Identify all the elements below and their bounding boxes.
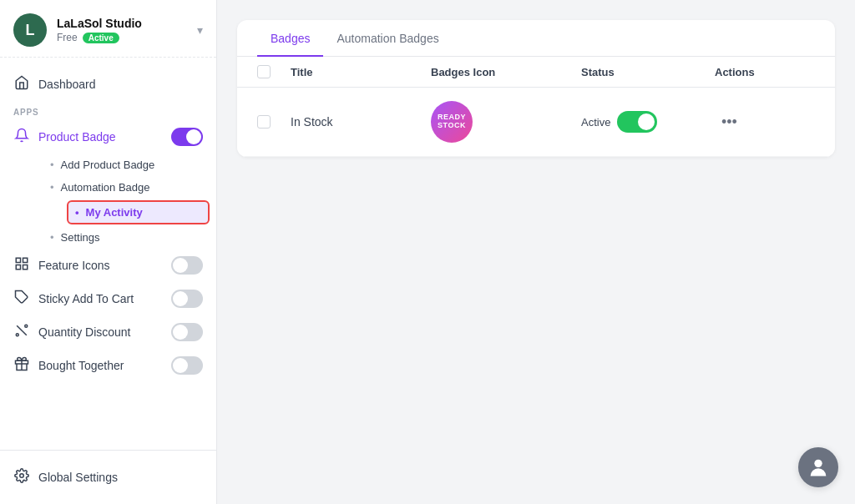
row-title-cell: In Stock bbox=[291, 115, 431, 129]
product-badge-toggle[interactable] bbox=[171, 128, 203, 146]
bought-together-label: Bought Together bbox=[38, 359, 163, 372]
global-settings-label: Global Settings bbox=[38, 471, 203, 484]
bought-together-toggle[interactable] bbox=[171, 356, 203, 375]
sidebar-item-feature-icons[interactable]: Feature Icons bbox=[0, 249, 216, 282]
gear-icon bbox=[13, 468, 30, 486]
svg-rect-0 bbox=[16, 258, 20, 262]
sidebar-item-product-badge[interactable]: Product Badge bbox=[0, 120, 216, 154]
row-actions-cell: ••• bbox=[715, 110, 815, 134]
brand-info: LaLaSol Studio Free Active bbox=[57, 17, 187, 43]
tag-icon bbox=[13, 290, 30, 308]
grid-icon bbox=[13, 256, 30, 275]
table-row: In Stock READYSTOCK Active ••• bbox=[237, 88, 835, 157]
svg-rect-2 bbox=[23, 265, 28, 270]
sidebar-nav: Dashboard APPS Product Badge Add Product… bbox=[0, 58, 216, 450]
status-label: Active bbox=[581, 116, 610, 129]
sidebar-item-bought-together[interactable]: Bought Together bbox=[0, 349, 216, 382]
home-icon bbox=[13, 75, 30, 93]
product-badge-sub-nav: Add Product Badge Automation Badge My Ac… bbox=[0, 154, 216, 249]
add-product-badge-label: Add Product Badge bbox=[61, 159, 155, 171]
status-toggle-group: Active bbox=[581, 111, 657, 133]
sidebar: L LaLaSol Studio Free Active ▾ Dashboard… bbox=[0, 0, 217, 504]
svg-point-11 bbox=[814, 460, 822, 467]
chevron-down-icon[interactable]: ▾ bbox=[197, 23, 203, 37]
gift-icon bbox=[13, 356, 30, 375]
sticky-add-to-cart-label: Sticky Add To Cart bbox=[38, 292, 163, 305]
actions-more-button[interactable]: ••• bbox=[715, 110, 744, 134]
tab-badges[interactable]: Badges bbox=[257, 20, 323, 57]
row-status-cell: Active bbox=[581, 111, 715, 133]
sidebar-item-global-settings[interactable]: Global Settings bbox=[0, 461, 216, 494]
svg-rect-1 bbox=[23, 258, 28, 262]
active-badge: Active bbox=[83, 33, 119, 43]
avatar: L bbox=[13, 13, 47, 47]
feature-icons-label: Feature Icons bbox=[38, 259, 163, 272]
product-badge-label: Product Badge bbox=[38, 130, 163, 144]
automation-badge-label: Automation Badge bbox=[61, 181, 150, 194]
col-badges-icon-header: Badges Icon bbox=[431, 65, 581, 78]
svg-point-10 bbox=[20, 474, 24, 478]
sidebar-item-sticky-add-to-cart[interactable]: Sticky Add To Cart bbox=[0, 282, 216, 315]
apps-section-label: APPS bbox=[0, 101, 216, 120]
status-toggle-button[interactable] bbox=[617, 111, 657, 133]
tabs-header: Badges Automation Badges bbox=[237, 20, 835, 57]
sidebar-header: L LaLaSol Studio Free Active ▾ bbox=[0, 0, 216, 58]
row-checkbox[interactable] bbox=[257, 115, 271, 129]
sidebar-item-settings[interactable]: Settings bbox=[37, 226, 216, 249]
brand-plan: Free bbox=[57, 32, 78, 43]
content-card: Badges Automation Badges Title Badges Ic… bbox=[237, 20, 835, 157]
sticky-add-to-cart-toggle[interactable] bbox=[171, 290, 203, 308]
table-header-row: Title Badges Icon Status Actions bbox=[237, 57, 835, 88]
bell-icon bbox=[13, 128, 30, 146]
dashboard-label: Dashboard bbox=[38, 78, 203, 91]
sidebar-item-my-activity[interactable]: My Activity bbox=[67, 200, 210, 224]
quantity-discount-label: Quantity Discount bbox=[38, 325, 163, 339]
row-title: In Stock bbox=[291, 115, 333, 129]
sidebar-item-quantity-discount[interactable]: Quantity Discount bbox=[0, 315, 216, 349]
tab-automation-badges[interactable]: Automation Badges bbox=[323, 20, 452, 57]
sidebar-item-automation-badge[interactable]: Automation Badge bbox=[37, 176, 216, 199]
svg-point-5 bbox=[25, 325, 28, 327]
sidebar-footer: Global Settings bbox=[0, 450, 216, 504]
chat-avatar[interactable] bbox=[798, 447, 838, 487]
badge-icon-image: READYSTOCK bbox=[431, 101, 473, 143]
settings-label: Settings bbox=[61, 231, 100, 244]
brand-meta: Free Active bbox=[57, 32, 187, 43]
my-activity-label: My Activity bbox=[86, 206, 143, 219]
select-all-checkbox[interactable] bbox=[257, 65, 271, 78]
sidebar-item-dashboard[interactable]: Dashboard bbox=[0, 68, 216, 101]
chat-avatar-icon bbox=[798, 447, 838, 487]
percent-icon bbox=[13, 323, 30, 341]
quantity-discount-toggle[interactable] bbox=[171, 323, 203, 341]
feature-icons-toggle[interactable] bbox=[171, 256, 203, 275]
col-status-header: Status bbox=[581, 65, 715, 78]
svg-rect-3 bbox=[16, 265, 20, 270]
table-container: Title Badges Icon Status Actions In Stoc… bbox=[237, 57, 835, 157]
svg-point-6 bbox=[16, 334, 18, 336]
brand-name: LaLaSol Studio bbox=[57, 17, 187, 30]
main-content: Badges Automation Badges Title Badges Ic… bbox=[217, 0, 855, 504]
sidebar-item-add-product-badge[interactable]: Add Product Badge bbox=[37, 154, 216, 176]
row-badge-icon-cell: READYSTOCK bbox=[431, 101, 581, 143]
col-checkbox bbox=[257, 65, 291, 78]
row-checkbox-cell bbox=[257, 115, 291, 129]
col-actions-header: Actions bbox=[715, 65, 815, 78]
col-title-header: Title bbox=[291, 65, 431, 78]
